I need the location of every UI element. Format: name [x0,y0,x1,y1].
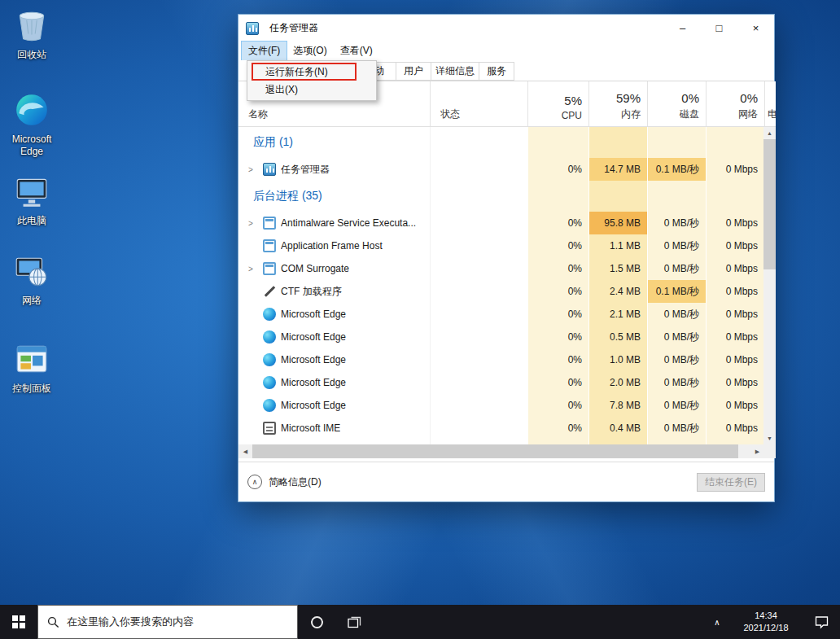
process-icon-window [263,262,276,275]
status-cell [430,371,527,394]
table-row[interactable]: CTF 加载程序 0% 2.4 MB 0.1 MB/秒 0 Mbps [238,280,776,303]
table-row[interactable]: > 任务管理器 0% 14.7 MB 0.1 MB/秒 0 Mbps [238,158,776,181]
desktop-icon-network[interactable]: 网络 [0,252,63,307]
disk-cell: 0 MB/秒 [647,417,706,440]
table-row[interactable]: Microsoft IME 0% 0.4 MB 0 MB/秒 0 Mbps [238,417,776,440]
task-view-icon [348,616,361,628]
task-view-button[interactable] [335,605,373,639]
desktop-icon-this-pc[interactable]: 此电脑 [0,173,63,227]
menu-options[interactable]: 选项(O) [287,42,333,60]
tab-services[interactable]: 服务 [479,62,514,81]
desktop-icon-label: 网络 [0,295,63,307]
memory-cell: 1.1 MB [588,234,647,257]
disk-cell: 0 MB/秒 [647,348,706,371]
status-cell [430,212,527,234]
menu-file[interactable]: 文件(F) [242,42,287,60]
column-header-status[interactable]: 状态 [430,81,527,126]
desktop-icon-recycle-bin[interactable]: 回收站 [0,7,63,61]
column-header-cpu[interactable]: 5% CPU [527,81,588,126]
scroll-down-icon[interactable]: ▼ [763,432,776,444]
scroll-right-icon[interactable]: ▶ [750,444,764,458]
table-row[interactable]: Microsoft Edge 0% 0.5 MB 0 MB/秒 0 Mbps [238,326,776,348]
minimize-button[interactable]: – [664,15,701,42]
details-toggle[interactable]: ∧ 简略信息(D) [247,475,322,489]
vertical-scrollbar-thumb[interactable] [763,139,776,269]
taskbar-search-box[interactable]: 在这里输入你要搜索的内容 [37,605,298,639]
process-name: Microsoft Edge [281,377,346,388]
tab-details[interactable]: 详细信息 [431,62,479,81]
group-row-apps[interactable]: 应用 (1) [238,127,776,158]
menu-view[interactable]: 查看(V) [334,42,379,60]
memory-cell: 2.0 MB [588,371,647,394]
memory-cell: 2.1 MB [588,303,647,326]
group-label: 应用 (1) [248,135,293,150]
memory-cell: 7.8 MB [588,394,647,417]
process-name: Microsoft Edge [281,331,346,343]
disk-cell: 0 MB/秒 [647,234,706,257]
network-total: 0% [740,91,758,105]
cpu-cell: 0% [527,303,588,326]
network-cell: 0 Mbps [706,280,764,303]
cpu-cell: 0% [527,158,588,181]
start-button[interactable] [0,605,37,639]
window-title: 任务管理器 [269,21,318,35]
disk-cell: 0 MB/秒 [647,257,706,280]
network-cell: 0 Mbps [706,234,764,257]
scroll-up-icon[interactable]: ▲ [763,127,776,139]
control-panel-icon [13,340,50,378]
table-row[interactable]: Microsoft Edge 0% 2.0 MB 0 MB/秒 0 Mbps [238,371,776,394]
process-icon-edge [263,330,276,344]
memory-cell: 0.5 MB [588,326,647,348]
cortana-icon [311,616,323,628]
network-cell: 0 Mbps [706,394,764,417]
recycle-bin-icon [13,7,50,44]
memory-cell: 95.8 MB [588,212,647,234]
status-cell [430,280,527,303]
column-header-power-partial[interactable]: 电 [764,81,776,126]
column-header-network[interactable]: 0% 网络 [706,81,764,126]
menu-item-run-new-task[interactable]: 运行新任务(N) [247,63,376,81]
horizontal-scrollbar-thumb[interactable] [252,444,738,458]
process-icon-window [263,217,276,230]
tab-users[interactable]: 用户 [396,62,431,81]
scroll-left-icon[interactable]: ◀ [238,444,252,458]
table-row[interactable]: Microsoft Edge 0% 7.8 MB 0 MB/秒 0 Mbps [238,394,776,417]
expand-chevron-icon[interactable]: > [248,265,260,274]
windows-logo-icon [12,615,25,628]
status-cell [430,158,527,181]
desktop-icon-control-panel[interactable]: 控制面板 [0,340,63,395]
tray-chevron-button[interactable]: ∧ [705,605,729,639]
title-bar[interactable]: 任务管理器 – □ × [238,15,774,42]
task-manager-icon [246,22,259,35]
cortana-button[interactable] [298,605,335,639]
end-task-button[interactable]: 结束任务(E) [697,473,765,492]
search-placeholder: 在这里输入你要搜索的内容 [67,615,194,629]
group-row-background[interactable]: 后台进程 (35) [238,181,776,212]
table-row[interactable]: Application Frame Host 0% 1.1 MB 0 MB/秒 … [238,234,776,257]
disk-cell: 0 MB/秒 [647,394,706,417]
process-table: 应用 (1) > 任务管理器 0% 14.7 MB 0.1 MB/秒 0 Mbp… [238,127,776,444]
network-cell: 0 Mbps [706,303,764,326]
table-row[interactable]: Microsoft Edge 0% 2.1 MB 0 MB/秒 0 Mbps [238,303,776,326]
column-header-memory[interactable]: 59% 内存 [588,81,647,126]
vertical-scrollbar[interactable]: ▲ ▼ [763,127,776,444]
expand-chevron-icon[interactable]: > [248,219,260,228]
cpu-cell: 0% [527,348,588,371]
expand-chevron-icon[interactable]: > [248,165,260,174]
close-button[interactable]: × [737,15,774,42]
taskbar-clock[interactable]: 14:34 2021/12/18 [729,605,803,639]
column-header-disk[interactable]: 0% 磁盘 [647,81,706,126]
maximize-button[interactable]: □ [701,15,737,42]
desktop-icon-label: Microsoft Edge [0,133,63,158]
desktop-icon-microsoft-edge[interactable]: Microsoft Edge [0,91,63,158]
memory-cell: 2.4 MB [588,280,647,303]
desktop-icon-label: 回收站 [0,49,63,61]
table-row[interactable]: > Antimalware Service Executa... 0% 95.8… [238,212,776,234]
table-row[interactable]: > COM Surrogate 0% 1.5 MB 0 MB/秒 0 Mbps [238,257,776,280]
horizontal-scrollbar[interactable]: ◀ ▶ [238,444,764,458]
table-row[interactable]: Microsoft Edge 0% 1.0 MB 0 MB/秒 0 Mbps [238,348,776,371]
process-icon-taskmgr [263,163,276,176]
action-center-button[interactable] [803,605,840,639]
status-cell [430,303,527,326]
menu-item-exit[interactable]: 退出(X) [247,81,376,98]
